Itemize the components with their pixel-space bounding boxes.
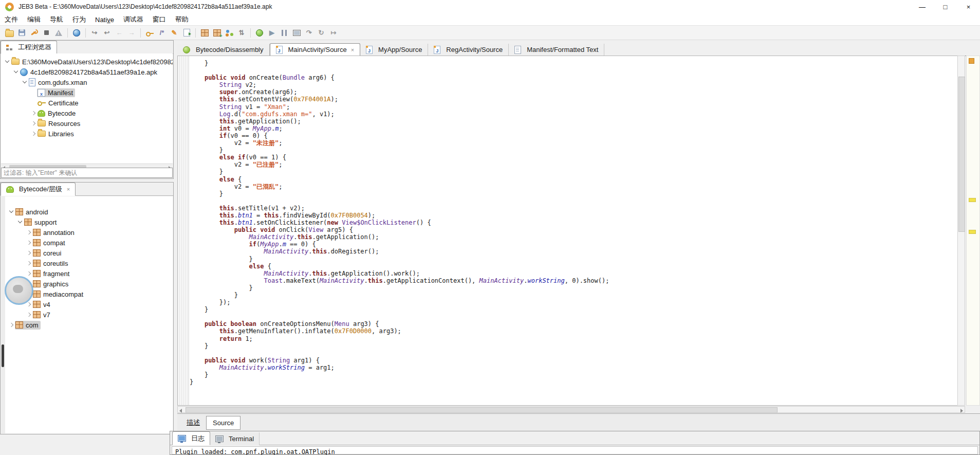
tab-regactivity-source[interactable]: RegActivity/Source — [428, 44, 509, 56]
caret-collapsed-icon[interactable] — [26, 260, 32, 266]
project-tree-item-resources[interactable]: Resources — [1, 118, 173, 129]
minimize-button[interactable]: — — [911, 0, 934, 14]
new-package-icon[interactable] — [211, 28, 223, 38]
export-icon[interactable] — [41, 28, 52, 38]
tab-mainactivity-source[interactable]: MainActivity/Source× — [270, 43, 361, 56]
hierarchy-tree-item-annotation[interactable]: annotation — [5, 227, 173, 238]
menu-item-window[interactable]: 窗口 — [148, 13, 171, 26]
project-tree-item-4c1def8209824172b8a4a511aef39a1e-apk[interactable]: 4c1def8209824172b8a4a511aef39a1e.apk — [1, 67, 173, 77]
hierarchy-tree-item-com[interactable]: com — [5, 320, 173, 330]
scroll-right-icon[interactable] — [960, 409, 963, 413]
tab-manifest-formatted-text[interactable]: Manifest/Formatted Text — [509, 44, 604, 56]
ruler-mark-yellow-1[interactable] — [969, 198, 976, 202]
nav-forward-icon[interactable]: → — [126, 28, 137, 38]
tab-[interactable]: 日志 — [172, 431, 210, 445]
hierarchy-tree-item-support[interactable]: support — [5, 217, 173, 227]
hierarchy-tree-item-compat[interactable]: compat — [5, 238, 173, 248]
maximize-button[interactable]: □ — [934, 0, 957, 14]
jump-back-icon[interactable]: ↩ — [101, 28, 113, 38]
caret-collapsed-icon[interactable] — [30, 131, 37, 137]
editor-vscroll-thumb[interactable] — [958, 77, 965, 232]
caret-expanded-icon[interactable] — [17, 219, 24, 225]
menu-item-navigate[interactable]: 导航 — [45, 13, 68, 26]
pause-threads-icon[interactable] — [279, 28, 290, 38]
project-filter-input[interactable] — [1, 168, 173, 178]
floating-overlay-widget[interactable] — [5, 276, 33, 305]
open-project-icon[interactable] — [4, 28, 15, 38]
close-tab-icon[interactable]: × — [351, 47, 354, 53]
ruler-mark-yellow-2[interactable] — [969, 230, 976, 234]
code-line: } — [190, 378, 609, 386]
classes-icon[interactable] — [224, 28, 235, 38]
caret-expanded-icon[interactable] — [8, 209, 15, 215]
code-editor[interactable]: } public void onCreate(Bundle arg6) { St… — [177, 56, 965, 406]
terminate-icon[interactable] — [291, 28, 302, 38]
caret-collapsed-icon[interactable] — [26, 270, 32, 277]
java-icon — [366, 46, 373, 54]
rename-key-icon[interactable] — [144, 28, 155, 38]
caret-collapsed-icon[interactable] — [30, 120, 37, 126]
hierarchy-tree-item-android[interactable]: android — [5, 207, 173, 217]
log-output-area[interactable]: Plugin loaded: com.pnf.plugin.oat.OATPlu… — [172, 446, 978, 454]
resume-icon[interactable]: ▶ — [266, 28, 278, 38]
editor-hscrollbar[interactable] — [177, 406, 965, 413]
caret-collapsed-icon[interactable] — [26, 312, 32, 318]
cert-icon — [38, 101, 46, 105]
tab-bytecode-disassembly[interactable]: Bytecode/Disassembly — [177, 44, 270, 56]
source-code[interactable]: } public void onCreate(Bundle arg6) { St… — [190, 60, 609, 386]
hierarchy-tree-item-coreutils[interactable]: coreutils — [5, 258, 173, 268]
hierarchy-tree-item-fragment[interactable]: fragment — [5, 268, 173, 279]
menu-item-debugger[interactable]: 调试器 — [119, 13, 148, 26]
project-tree-item-libraries[interactable]: Libraries — [1, 129, 173, 139]
project-tree-item-certificate[interactable]: Certificate — [1, 98, 173, 108]
close-panel-icon[interactable]: × — [67, 186, 70, 192]
tab-myapp-source[interactable]: MyApp/Source — [360, 44, 428, 56]
hierarchy-tree-item-v4[interactable]: v4 — [5, 299, 173, 310]
caret-expanded-icon[interactable] — [22, 79, 28, 85]
caret-expanded-icon[interactable] — [4, 59, 11, 65]
menu-item-edit[interactable]: 编辑 — [23, 13, 45, 26]
tab-project-browser[interactable]: 工程浏览器 — [1, 41, 57, 54]
restart-icon[interactable]: ↻ — [316, 28, 327, 38]
editor-hscroll-thumb[interactable] — [186, 407, 778, 413]
caret-expanded-icon[interactable] — [13, 69, 20, 75]
caret-collapsed-icon[interactable] — [30, 110, 37, 116]
goto-address-icon[interactable] — [199, 28, 210, 38]
close-button[interactable]: × — [957, 0, 980, 14]
comment-icon[interactable]: /* — [156, 28, 168, 38]
step-over-icon[interactable]: ↷ — [303, 28, 315, 38]
caret-collapsed-icon[interactable] — [26, 240, 32, 246]
hierarchy-vscroll-thumb[interactable] — [2, 344, 4, 367]
refactor-wrench-icon[interactable] — [28, 28, 40, 38]
attach-icon[interactable]: ↦ — [328, 28, 339, 38]
caret-collapsed-icon[interactable] — [8, 322, 15, 328]
web-browser-icon[interactable] — [71, 28, 82, 38]
ruler-mark-orange[interactable] — [969, 58, 974, 64]
menu-item-help[interactable]: 帮助 — [171, 13, 193, 26]
sort-members-icon[interactable]: ⇅ — [236, 28, 247, 38]
hierarchy-tree-item-v7[interactable]: v7 — [5, 310, 173, 320]
caret-collapsed-icon[interactable] — [26, 250, 32, 256]
convert-doc-icon[interactable] — [181, 28, 192, 38]
save-icon[interactable] — [16, 28, 27, 38]
project-tree-item-manifest[interactable]: Manifest — [1, 87, 173, 98]
tab-[interactable]: 描述 — [180, 415, 206, 430]
tab-terminal[interactable]: Terminal — [210, 432, 260, 445]
tab-bytecode-hierarchy[interactable]: Bytecode/层级 × — [1, 183, 76, 196]
warnings-icon[interactable] — [53, 28, 64, 38]
caret-collapsed-icon[interactable] — [26, 229, 32, 235]
jump-into-icon[interactable]: ↪ — [89, 28, 100, 38]
hierarchy-tree-item-coreui[interactable]: coreui — [5, 248, 173, 258]
project-tree-item-e-360movedata-users-123-desktop-4c1def8209824172b8a4a511aef39a1e-apk[interactable]: E:\360MoveData\Users\123\Desktop\4c1def8… — [1, 57, 173, 67]
nav-back-icon[interactable]: ← — [114, 28, 125, 38]
edit-pencil-icon[interactable]: ✎ — [169, 28, 180, 38]
menu-item-native[interactable]: Native — [90, 14, 119, 25]
tab-source[interactable]: Source — [206, 416, 241, 430]
menu-item-action[interactable]: 行为 — [68, 13, 90, 26]
project-tree-item-com-gdufs-xman[interactable]: com.gdufs.xman — [1, 77, 173, 87]
scroll-left-icon[interactable] — [179, 409, 182, 413]
debug-bug-icon[interactable] — [254, 28, 265, 38]
project-tree-item-bytecode[interactable]: Bytecode — [1, 108, 173, 118]
menu-item-file[interactable]: 文件 — [0, 13, 23, 26]
editor-vscrollbar[interactable] — [957, 56, 965, 406]
